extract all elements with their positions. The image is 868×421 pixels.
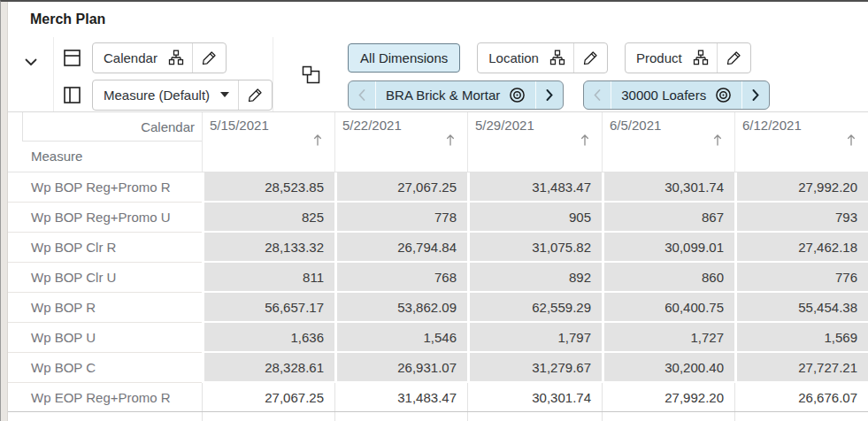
page-title: Merch Plan <box>30 11 105 27</box>
measure-row-label[interactable]: Wp BOP Clr R <box>8 233 202 263</box>
measure-row-label[interactable]: Wp BOP U <box>8 323 202 353</box>
readonly-data-cell[interactable]: 1,797 <box>467 323 602 353</box>
readonly-data-cell[interactable]: 30,200.40 <box>602 353 734 383</box>
location-slice-selector: BRA Brick & Mortar <box>348 80 564 110</box>
readonly-data-cell[interactable]: 30,099.01 <box>602 233 734 263</box>
measure-row-label[interactable]: Wp BOP Reg+Promo U <box>8 203 202 233</box>
cols-axis-button[interactable]: Measure (Default) <box>92 80 273 111</box>
next-location-button[interactable] <box>536 81 563 109</box>
readonly-data-cell[interactable]: 27,727.21 <box>734 353 868 383</box>
axis-column: Calendar <box>54 37 273 111</box>
grid-header-row: Calendar Measure 5/15/20215/22/20215/29/… <box>8 112 868 172</box>
editable-data-cell[interactable]: 30,301.74 <box>467 383 602 411</box>
editable-data-cell[interactable]: 27,067.25 <box>202 383 334 411</box>
measure-row-label[interactable]: Wp EOP Reg+Promo R <box>8 383 202 411</box>
collapse-toolbar-button[interactable] <box>20 51 42 73</box>
sort-ascending-icon[interactable] <box>445 133 456 147</box>
previous-location-button[interactable] <box>349 81 375 109</box>
page-slice-icon[interactable] <box>302 65 320 84</box>
edit-location-button[interactable] <box>574 43 607 73</box>
readonly-data-cell[interactable]: 811 <box>202 263 334 293</box>
column-header-label: 5/29/2021 <box>475 118 534 133</box>
editable-data-cell <box>202 412 334 421</box>
readonly-data-cell[interactable]: 55,454.38 <box>734 293 868 323</box>
hierarchy-icon[interactable] <box>549 50 573 65</box>
sort-ascending-icon[interactable] <box>580 133 590 147</box>
location-dimension-button[interactable]: Location <box>477 42 608 73</box>
measure-row-label[interactable]: Wp BOP Reg+Promo R <box>8 172 202 203</box>
sort-ascending-icon[interactable] <box>846 133 856 147</box>
measure-row-label[interactable]: Wp BOP Clr U <box>8 263 202 293</box>
pivot-grid: Calendar Measure 5/15/20215/22/20215/29/… <box>8 111 868 421</box>
editable-data-cell[interactable]: 26,676.07 <box>734 383 868 411</box>
readonly-data-cell[interactable]: 26,794.84 <box>334 233 467 263</box>
dimensions-column: All Dimensions Location <box>348 37 770 111</box>
column-header[interactable]: 5/29/2021 <box>467 112 602 172</box>
measure-row-label[interactable]: Wp BOP R <box>8 293 202 323</box>
readonly-data-cell[interactable]: 825 <box>202 203 334 233</box>
readonly-data-cell[interactable]: 1,636 <box>202 323 334 353</box>
readonly-data-cell[interactable]: 60,400.75 <box>602 293 734 323</box>
hierarchy-icon[interactable] <box>693 50 717 65</box>
column-header-label: 5/22/2021 <box>342 118 402 133</box>
pencil-icon <box>726 50 741 65</box>
readonly-data-cell[interactable]: 860 <box>602 263 734 293</box>
chevron-right-icon <box>752 89 759 101</box>
readonly-data-cell[interactable]: 905 <box>467 203 602 233</box>
all-dimensions-button[interactable]: All Dimensions <box>348 43 460 73</box>
readonly-data-cell[interactable]: 28,523.85 <box>202 172 334 203</box>
next-product-button[interactable] <box>742 81 769 109</box>
sort-ascending-icon[interactable] <box>312 133 323 147</box>
edit-product-button[interactable] <box>718 43 750 73</box>
title-bar: Merch Plan <box>8 2 868 37</box>
edit-cols-axis-button[interactable] <box>239 80 272 110</box>
readonly-data-cell[interactable]: 778 <box>334 203 467 233</box>
caret-down-icon[interactable] <box>220 92 229 97</box>
readonly-data-cell[interactable]: 768 <box>334 263 467 293</box>
location-slice-value-button[interactable]: BRA Brick & Mortar <box>376 81 535 109</box>
column-header[interactable]: 6/12/2021 <box>734 112 868 172</box>
column-header[interactable]: 5/15/2021 <box>202 112 334 172</box>
readonly-data-cell[interactable]: 1,546 <box>334 323 467 353</box>
readonly-data-cell[interactable]: 31,483.47 <box>467 172 602 203</box>
readonly-data-cell[interactable]: 27,067.25 <box>334 172 467 203</box>
column-header[interactable]: 6/5/2021 <box>602 112 734 172</box>
column-dimension-label: Calendar <box>22 112 202 142</box>
readonly-data-cell[interactable]: 30,301.74 <box>602 172 734 203</box>
readonly-data-cell[interactable]: 28,133.32 <box>202 233 334 263</box>
readonly-data-cell[interactable]: 62,559.29 <box>467 293 602 323</box>
readonly-data-cell[interactable]: 27,992.20 <box>734 172 868 203</box>
readonly-data-cell[interactable]: 53,862.09 <box>334 293 467 323</box>
location-label: Location <box>488 50 549 65</box>
editable-data-cell[interactable]: 31,483.47 <box>334 383 467 411</box>
editable-data-cell <box>734 412 868 421</box>
readonly-data-cell[interactable]: 1,569 <box>734 323 868 353</box>
readonly-data-cell[interactable]: 26,931.07 <box>334 353 467 383</box>
readonly-data-cell[interactable]: 793 <box>734 203 868 233</box>
rows-axis-icon <box>62 48 81 67</box>
readonly-data-cell[interactable]: 27,462.18 <box>734 233 868 263</box>
previous-product-button[interactable] <box>584 81 611 109</box>
readonly-data-cell[interactable]: 31,279.67 <box>467 353 602 383</box>
readonly-data-cell[interactable]: 1,727 <box>602 323 734 353</box>
hierarchy-icon[interactable] <box>168 50 192 65</box>
rows-axis-button[interactable]: Calendar <box>92 42 227 73</box>
row-dimension-label: Measure <box>31 149 82 164</box>
readonly-data-cell[interactable]: 867 <box>602 203 734 233</box>
readonly-data-cell[interactable]: 31,075.82 <box>467 233 602 263</box>
readonly-data-cell[interactable]: 776 <box>734 263 868 293</box>
dimension-buttons-row: All Dimensions Location <box>348 40 770 75</box>
readonly-data-cell[interactable]: 56,657.17 <box>202 293 334 323</box>
product-slice-value-button[interactable]: 30000 Loafers <box>611 81 741 109</box>
readonly-data-cell[interactable]: 28,328.61 <box>202 353 334 383</box>
table-row: Wp BOP Reg+Promo U825778905867793 <box>8 203 868 233</box>
measure-row-label[interactable]: Wp BOP C <box>8 353 202 383</box>
editable-data-cell[interactable]: 27,992.20 <box>602 383 734 411</box>
collapse-column <box>8 37 54 111</box>
readonly-data-cell[interactable]: 892 <box>467 263 602 293</box>
sort-ascending-icon[interactable] <box>712 133 723 147</box>
merch-plan-window: Merch Plan Calendar <box>0 0 868 421</box>
product-dimension-button[interactable]: Product <box>625 42 751 73</box>
column-header[interactable]: 5/22/2021 <box>334 112 467 172</box>
edit-rows-axis-button[interactable] <box>193 43 226 73</box>
